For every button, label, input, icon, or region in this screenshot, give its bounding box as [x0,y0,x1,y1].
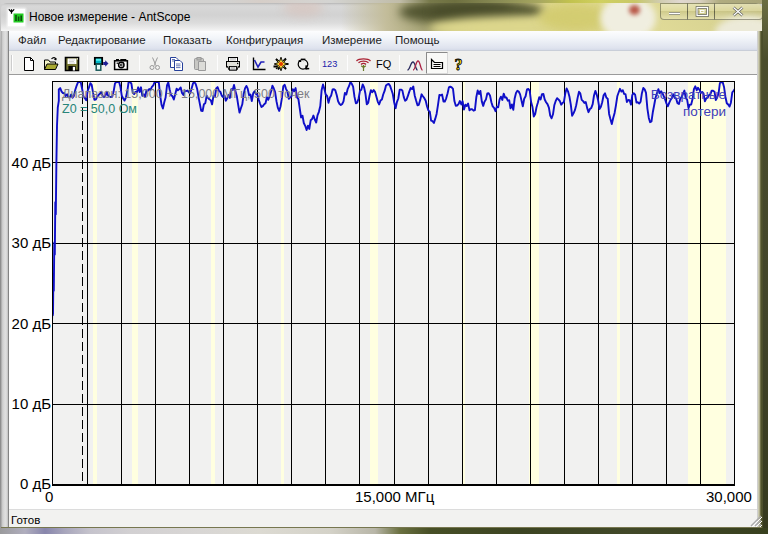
svg-text:FQ: FQ [376,58,392,70]
svg-text:123: 123 [322,59,337,69]
svg-text:?: ? [455,56,463,72]
